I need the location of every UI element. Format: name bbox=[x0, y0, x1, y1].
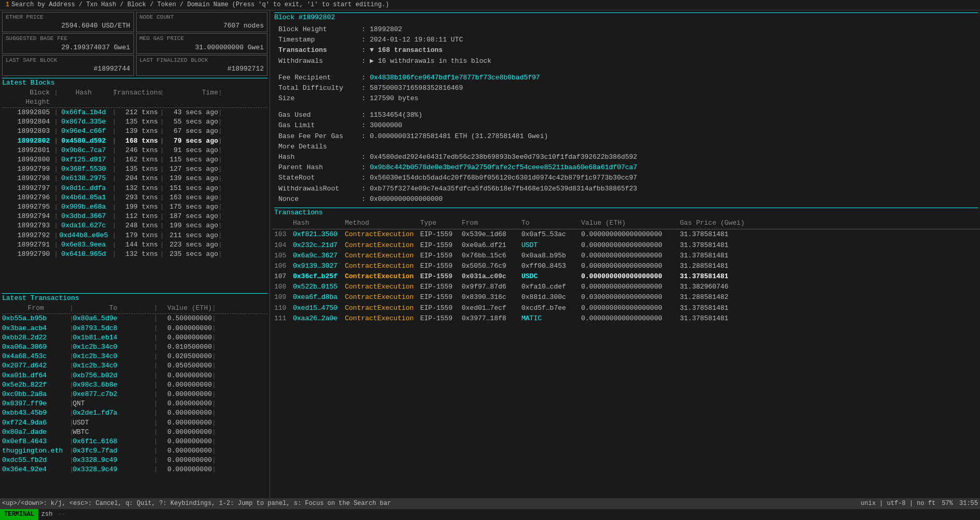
txn-table-row[interactable]: 0x36e4…92e4 | 0x3328…9c49 | 0.000000000 … bbox=[2, 465, 267, 474]
med-gas-box: MED GAS PRICE 31.000000000 Gwei bbox=[136, 33, 268, 54]
last-finalized-value: #18992712 bbox=[140, 64, 264, 74]
last-safe-value: #18992744 bbox=[6, 64, 130, 74]
txn-table-row[interactable]: 0x5e2b…822f | 0x98c3…6b8e | 0.000000000 … bbox=[2, 380, 267, 390]
block-table-row[interactable]: 18992801 | 0x9b8c…7ca7 | 246 txns | 91 s… bbox=[2, 146, 267, 155]
txn-table-row[interactable]: 0xb55a…b95b | 0x80a6…5d9e | 0.500000000 … bbox=[2, 314, 267, 323]
size-label: Size bbox=[278, 94, 361, 103]
block-table-row[interactable]: 18992793 | 0xda10…627c | 248 txns | 199 … bbox=[2, 221, 267, 230]
med-gas-value: 31.000000000 Gwei bbox=[140, 43, 264, 52]
last-finalized-box: LAST FINALIZED BLOCK #18992712 bbox=[136, 55, 268, 76]
block-table-row[interactable]: 18992791 | 0x6e83…9eea | 144 txns | 223 … bbox=[2, 240, 267, 250]
block-info-title: Block #18992802 bbox=[274, 13, 335, 21]
txn-table-row[interactable]: 0x3bae…acb4 | 0x8793…5dc8 | 0.000000000 … bbox=[2, 324, 267, 333]
txn-table-row[interactable]: 0x8397…ff9e | QNT | 0.000000000 | bbox=[2, 399, 267, 408]
tx-row[interactable]: 107 0x36cf…b25f ContractExecution EIP-15… bbox=[274, 271, 978, 282]
node-count-value: 7607 nodes bbox=[140, 21, 264, 31]
hash-label: Hash bbox=[278, 153, 361, 162]
med-gas-label: MED GAS PRICE bbox=[140, 35, 264, 43]
latest-txns-header: Latest Transactions bbox=[2, 293, 267, 303]
txn-table-row[interactable]: 0xa01b…df64 | 0xb756…b02d | 0.000000000 … bbox=[2, 371, 267, 380]
txn-table-row[interactable]: 0x0ef8…4643 | 0x6f1c…6168 | 0.000000000 … bbox=[2, 437, 267, 446]
gas-limit-value: 30000000 bbox=[370, 121, 402, 130]
tx-row[interactable]: 106 0x9139…3027 ContractExecution EIP-15… bbox=[274, 261, 978, 271]
gas-info: Gas Used : 11534654(38%) Gas Limit : 300… bbox=[272, 109, 980, 206]
nonce-label: Nonce bbox=[278, 195, 361, 204]
gas-used-label: Gas Used bbox=[278, 111, 361, 120]
block-table-row[interactable]: 18992797 | 0x8d1c…ddfa | 132 txns | 151 … bbox=[2, 184, 267, 193]
total-difficulty-value: 58750003716598352816469 bbox=[370, 84, 463, 93]
terminal-separator: -- bbox=[56, 509, 67, 520]
txn-table-row[interactable]: 0xa06a…3069 | 0x1c2b…34c0 | 0.010500000 … bbox=[2, 343, 267, 352]
parent-hash-label: Parent Hash bbox=[278, 163, 361, 172]
txn-table-row[interactable]: 0xc0bb…2a8a | 0xe877…c7b2 | 0.000000000 … bbox=[2, 390, 267, 399]
base-fee-value: 29.199374037 Gwei bbox=[6, 43, 130, 52]
right-panel: Block #18992802 Block Height : 18992802 … bbox=[270, 10, 980, 499]
block-table-row[interactable]: 18992803 | 0x96e4…c66f | 139 txns | 67 s… bbox=[2, 127, 267, 136]
block-height-value: 18992802 bbox=[370, 25, 402, 34]
base-fee-gas-value: 0.000000031278581481 ETH (31.278581481 G… bbox=[370, 132, 548, 141]
base-fee-label: SUGGESTED BASE FEE bbox=[6, 35, 130, 43]
tx-row[interactable]: 109 0xea6f…d8ba ContractExecution EIP-15… bbox=[274, 292, 978, 303]
tx-row[interactable]: 110 0xed15…4750 ContractExecution EIP-15… bbox=[274, 303, 978, 313]
txn-table-row[interactable]: 0x2077…d642 | 0x1c2b…34c0 | 0.050500000 … bbox=[2, 361, 267, 371]
last-safe-box: LAST SAFE BLOCK #18992744 bbox=[2, 55, 134, 76]
base-fee-gas-label: Base Fee Per Gas bbox=[278, 132, 361, 141]
state-root-value: 0x56030e154dcb5dad4c20f768b0f056120c6301… bbox=[370, 173, 637, 183]
block-table-row[interactable]: 18992805 | 0x66fa…1b4d | 212 txns | 43 s… bbox=[2, 108, 267, 117]
fee-recipient-value[interactable]: 0x4838b106fce9647bdf1e7877bf73ce8b0bad5f… bbox=[370, 73, 540, 83]
hash-value: 0x4580ded2924e04317edb56c238b69893b3ee0d… bbox=[370, 153, 637, 162]
blocks-table-body: 18992805 | 0x66fa…1b4d | 212 txns | 43 s… bbox=[0, 108, 270, 292]
blocks-table-header: Block Height | Hash | Transactions | Tim… bbox=[0, 88, 270, 108]
tx-row[interactable]: 108 0x522b…0155 ContractExecution EIP-15… bbox=[274, 282, 978, 292]
transactions-section-title: Transactions bbox=[274, 209, 323, 216]
txn-table-row[interactable]: 0xdc55…fb2d | 0x3328…9c49 | 0.000000000 … bbox=[2, 456, 267, 465]
status-position: 31:55 bbox=[959, 499, 978, 508]
txn-table-row[interactable]: 0x80a7…dade | WBTC | 0.000000000 | bbox=[2, 428, 267, 437]
tx-row[interactable]: 103 0xf821…3560 ContractExecution EIP-15… bbox=[274, 229, 978, 240]
left-panel: ETHER PRICE 2594.6040 USD/ETH NODE COUNT… bbox=[0, 10, 270, 499]
screen: 1 Search by Address / Txn Hash / Block /… bbox=[0, 0, 980, 520]
block-table-row[interactable]: 18992792 | 0xd44b8…e0e5 | 179 txns | 211… bbox=[2, 231, 267, 240]
transactions-label: Transactions bbox=[278, 46, 361, 55]
terminal-bar: TERMINAL zsh -- bbox=[0, 509, 980, 520]
transactions-value: ▼ 168 transactions bbox=[370, 46, 442, 55]
search-bar[interactable]: Search by Address / Txn Hash / Block / T… bbox=[11, 1, 389, 9]
block-table-row[interactable]: 18992804 | 0x867d…335e | 135 txns | 55 s… bbox=[2, 117, 267, 127]
withdrawals-root-label: WithdrawalsRoot bbox=[278, 184, 361, 194]
ether-price-value: 2594.6040 USD/ETH bbox=[6, 21, 130, 31]
block-table-row[interactable]: 18992794 | 0x3dbd…3667 | 112 txns | 187 … bbox=[2, 212, 267, 221]
node-count-label: NODE COUNT bbox=[140, 13, 264, 21]
block-table-row[interactable]: 18992800 | 0xf125…d917 | 162 txns | 115 … bbox=[2, 155, 267, 165]
txns-table-body: 0xb55a…b95b | 0x80a6…5d9e | 0.500000000 … bbox=[0, 314, 270, 498]
txn-table-row[interactable]: 0xbb43…45b9 | 0x2de1…fd7a | 0.000000000 … bbox=[2, 408, 267, 418]
block-table-row[interactable]: 18992802 | 0x4580…d592 | 168 txns | 79 s… bbox=[2, 136, 267, 146]
parent-hash-value[interactable]: 0x9b8c442b0578de0e3bedf79a2750fafe2cf54c… bbox=[370, 163, 637, 172]
status-percentage: 57% bbox=[942, 499, 953, 508]
txns-table-header: From | To | Value (ETH) | bbox=[0, 303, 270, 314]
txn-table-row[interactable]: thuggington.eth | 0x3fc9…7fad | 0.000000… bbox=[2, 446, 267, 456]
tx-row[interactable]: 105 0x6a9c…3627 ContractExecution EIP-15… bbox=[274, 251, 978, 261]
withdrawals-label: Withdrawals bbox=[278, 57, 361, 66]
txn-table-row[interactable]: 0xf724…9da6 | USDT | 0.000000000 | bbox=[2, 418, 267, 428]
block-table-row[interactable]: 18992795 | 0x909b…e68a | 199 txns | 175 … bbox=[2, 202, 267, 212]
tx-table-body: 103 0xf821…3560 ContractExecution EIP-15… bbox=[272, 229, 980, 498]
block-table-row[interactable]: 18992790 | 0x6410…965d | 132 txns | 235 … bbox=[2, 250, 267, 259]
latest-blocks-header: Latest Blocks bbox=[2, 78, 267, 88]
block-basic-info: Block Height : 18992802 Timestamp : 2024… bbox=[272, 22, 980, 67]
withdrawals-value: ▶ 16 withdrawals in this block bbox=[370, 57, 491, 66]
total-difficulty-label: Total Difficulty bbox=[278, 84, 361, 93]
status-bar: <up>/<down>: k/j, <esc>: Cancel, q: Quit… bbox=[0, 498, 980, 509]
tx-row[interactable]: 111 0xaa26…2a0e ContractExecution EIP-15… bbox=[274, 313, 978, 324]
tx-row[interactable]: 104 0x232c…21d7 ContractExecution EIP-15… bbox=[274, 240, 978, 251]
block-table-row[interactable]: 18992796 | 0x4b6d…05a1 | 293 txns | 163 … bbox=[2, 193, 267, 202]
block-table-row[interactable]: 18992798 | 0x6138…2975 | 204 txns | 139 … bbox=[2, 174, 267, 183]
status-hint: <up>/<down>: k/j, <esc>: Cancel, q: Quit… bbox=[2, 499, 391, 508]
fee-recipient-label: Fee Recipient bbox=[278, 73, 361, 83]
terminal-shell: zsh bbox=[38, 509, 56, 520]
txn-table-row[interactable]: 0xbb28…2d22 | 0x1b81…eb14 | 0.000000000 … bbox=[2, 333, 267, 343]
block-table-row[interactable]: 18992799 | 0x368f…5530 | 135 txns | 127 … bbox=[2, 165, 267, 174]
status-encoding: unix | utf-8 | no ft bbox=[861, 499, 935, 508]
txn-table-row[interactable]: 0x4a68…453c | 0x1c2b…34c0 | 0.020500000 … bbox=[2, 352, 267, 361]
gas-limit-label: Gas Limit bbox=[278, 121, 361, 130]
last-finalized-label: LAST FINALIZED BLOCK bbox=[140, 57, 264, 64]
